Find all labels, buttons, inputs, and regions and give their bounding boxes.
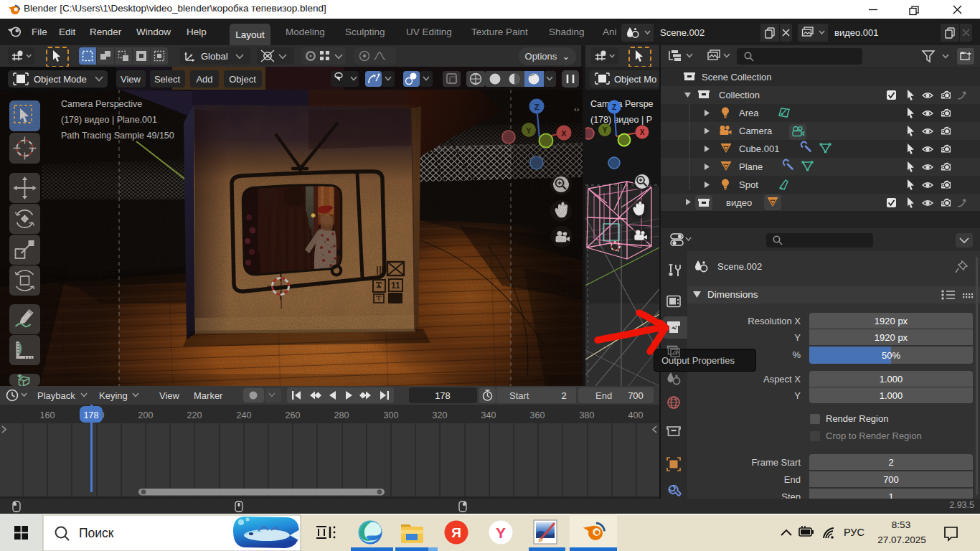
svg-text:8:53: 8:53: [892, 519, 910, 530]
svg-text:260: 260: [286, 410, 301, 420]
svg-text:Object: Object: [229, 74, 256, 85]
svg-text:Z: Z: [612, 103, 616, 111]
svg-text:‹›: ‹›: [574, 105, 580, 113]
svg-text:340: 340: [481, 410, 496, 420]
svg-text:220: 220: [187, 410, 202, 420]
svg-text:Playback: Playback: [37, 390, 75, 401]
svg-text:(178) видео | P: (178) видео | P: [590, 115, 652, 125]
svg-text:240: 240: [237, 410, 252, 420]
svg-text:Cube.001: Cube.001: [739, 143, 779, 154]
svg-text:160: 160: [40, 410, 55, 420]
svg-text:Select: Select: [154, 74, 181, 85]
svg-text:27.07.2025: 27.07.2025: [877, 534, 926, 545]
svg-text:Camera: Camera: [739, 126, 773, 136]
svg-text:360: 360: [530, 410, 545, 420]
svg-text:2: 2: [561, 390, 566, 401]
svg-text:280: 280: [334, 410, 349, 420]
svg-text:Object Mode: Object Mode: [34, 74, 87, 85]
svg-text:178: 178: [84, 410, 99, 420]
svg-text:Camera Perspe: Camera Perspe: [590, 99, 654, 109]
svg-text:Keying: Keying: [99, 390, 128, 401]
svg-text:Поиск: Поиск: [79, 526, 114, 540]
svg-text:Spot: Spot: [739, 179, 758, 190]
svg-text:Y: Y: [603, 126, 608, 134]
svg-text:700: 700: [628, 390, 644, 401]
svg-text:300: 300: [384, 410, 399, 420]
svg-text:Я: Я: [451, 525, 461, 540]
svg-text:Y: Y: [496, 524, 506, 541]
svg-text:Area: Area: [739, 108, 759, 118]
svg-text:400: 400: [628, 410, 644, 420]
svg-text:X: X: [640, 128, 645, 136]
svg-text:End: End: [595, 390, 612, 401]
svg-text:Object Mo: Object Mo: [614, 74, 656, 85]
svg-text:Plane: Plane: [739, 161, 763, 172]
svg-text:View: View: [121, 74, 141, 85]
svg-text:Scene Collection: Scene Collection: [702, 72, 772, 83]
svg-text:Start: Start: [509, 390, 529, 401]
svg-text:Marker: Marker: [194, 390, 223, 401]
svg-text:РУС: РУС: [844, 527, 864, 538]
svg-text:178: 178: [435, 390, 451, 401]
svg-text:380: 380: [580, 410, 595, 420]
svg-text:Add: Add: [196, 74, 212, 85]
svg-text:видео: видео: [726, 197, 752, 208]
svg-text:View: View: [159, 390, 180, 401]
svg-text:Collection: Collection: [719, 90, 760, 100]
svg-text:320: 320: [433, 410, 448, 420]
svg-text:200: 200: [138, 410, 154, 420]
